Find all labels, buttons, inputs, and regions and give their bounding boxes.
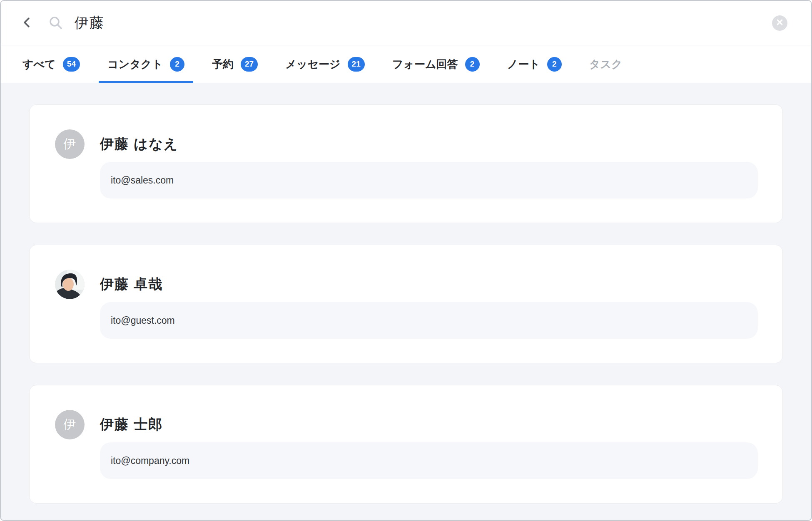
contact-name: 伊藤 卓哉 bbox=[100, 275, 758, 294]
search-bar: 伊藤 bbox=[1, 1, 811, 45]
tab-form-responses[interactable]: フォーム回答 2 bbox=[392, 45, 480, 83]
count-badge: 27 bbox=[241, 57, 258, 72]
avatar-initial-text: 伊 bbox=[64, 416, 76, 433]
tab-contacts[interactable]: コンタクト 2 bbox=[107, 45, 184, 83]
tab-label: すべて bbox=[22, 57, 56, 72]
contact-email-pill: ito@company.com bbox=[100, 442, 758, 479]
count-badge: 21 bbox=[348, 57, 365, 72]
tab-tasks[interactable]: タスク bbox=[589, 45, 623, 83]
tab-label: コンタクト bbox=[107, 57, 163, 72]
contact-email: ito@company.com bbox=[111, 455, 189, 466]
avatar-initial: 伊 bbox=[55, 129, 85, 159]
contact-email: ito@guest.com bbox=[111, 315, 175, 326]
tab-all[interactable]: すべて 54 bbox=[22, 45, 80, 83]
contact-name: 伊藤 士郎 bbox=[100, 415, 758, 434]
tab-label: メッセージ bbox=[285, 57, 340, 72]
chevron-left-icon bbox=[21, 16, 33, 30]
back-button[interactable] bbox=[20, 16, 34, 30]
contact-email: ito@sales.com bbox=[111, 175, 174, 186]
avatar-initial: 伊 bbox=[55, 410, 85, 439]
results-list: 伊 伊藤 はなえ ito@sales.com bbox=[1, 83, 811, 520]
tab-label: フォーム回答 bbox=[392, 57, 458, 72]
count-badge: 2 bbox=[465, 57, 480, 72]
results-tabs: すべて 54 コンタクト 2 予約 27 メッセージ 21 フォーム回答 2 ノ… bbox=[1, 45, 811, 83]
count-badge: 2 bbox=[170, 57, 184, 72]
contact-card[interactable]: 伊藤 卓哉 ito@guest.com bbox=[29, 245, 783, 363]
contact-email-pill: ito@sales.com bbox=[100, 162, 758, 198]
search-overlay: 伊藤 すべて 54 コンタクト 2 予約 27 メッセージ 21 フォーム回 bbox=[0, 0, 812, 521]
count-badge: 2 bbox=[547, 57, 562, 72]
search-icon bbox=[48, 15, 63, 30]
tab-label: タスク bbox=[589, 57, 623, 72]
tab-label: 予約 bbox=[212, 57, 234, 72]
avatar-photo bbox=[55, 270, 85, 299]
count-badge: 54 bbox=[63, 57, 80, 72]
tab-notes[interactable]: ノート 2 bbox=[507, 45, 562, 83]
close-icon bbox=[776, 19, 783, 27]
search-input[interactable]: 伊藤 bbox=[75, 13, 105, 32]
avatar-initial-text: 伊 bbox=[64, 136, 76, 153]
tab-bookings[interactable]: 予約 27 bbox=[212, 45, 258, 83]
tab-messages[interactable]: メッセージ 21 bbox=[285, 45, 365, 83]
contact-name: 伊藤 はなえ bbox=[100, 135, 758, 154]
clear-search-button[interactable] bbox=[772, 15, 787, 31]
contact-card[interactable]: 伊 伊藤 はなえ ito@sales.com bbox=[29, 104, 783, 223]
tab-label: ノート bbox=[507, 57, 540, 72]
contact-email-pill: ito@guest.com bbox=[100, 302, 758, 339]
contact-card[interactable]: 伊 伊藤 士郎 ito@company.com bbox=[29, 385, 783, 504]
